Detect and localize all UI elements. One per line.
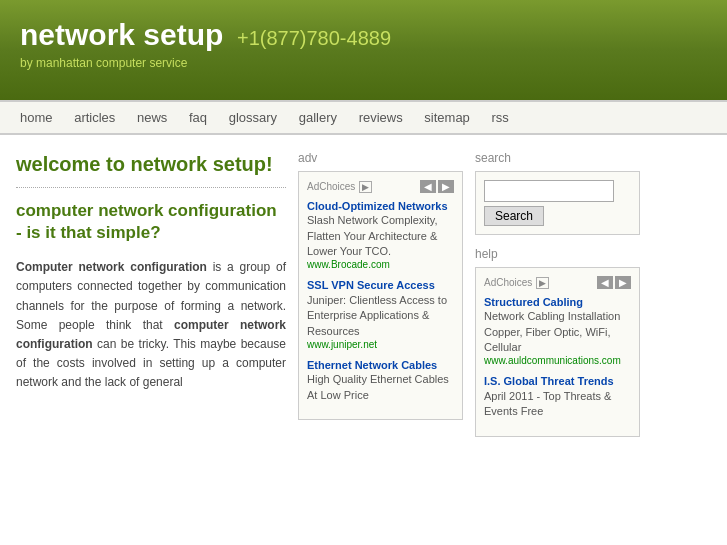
help-item-1: Structured Cabling Network Cabling Insta… [484, 295, 631, 366]
welcome-heading: welcome to network setup! [16, 151, 286, 177]
help-link-1[interactable]: Structured Cabling [484, 295, 631, 309]
nav-faq[interactable]: faq [189, 110, 207, 125]
nav-sitemap[interactable]: sitemap [424, 110, 470, 125]
help-adchoices: AdChoices ▶ [484, 277, 549, 289]
help-prev-button[interactable]: ◀ [597, 276, 613, 289]
adv-next-button[interactable]: ▶ [438, 180, 454, 193]
nav-gallery[interactable]: gallery [299, 110, 337, 125]
adv-title: adv [298, 151, 463, 165]
adv-link-3[interactable]: Ethernet Network Cables [307, 358, 454, 372]
tagline: by manhattan computer service [20, 56, 707, 70]
content-area: welcome to network setup! computer netwo… [16, 151, 286, 437]
nav-news[interactable]: news [137, 110, 167, 125]
search-box: Search [475, 171, 640, 235]
adv-desc-3: High Quality Ethernet Cables At Low Pric… [307, 372, 454, 403]
help-adchoices-icon: ▶ [536, 277, 549, 289]
help-header: AdChoices ▶ ◀ ▶ [484, 276, 631, 289]
divider [16, 187, 286, 188]
nav-reviews[interactable]: reviews [359, 110, 403, 125]
help-desc-2: April 2011 - Top Threats & Events Free [484, 389, 631, 420]
site-title: network setup [20, 18, 223, 51]
nav-home[interactable]: home [20, 110, 53, 125]
body-text: Computer network configuration is a grou… [16, 258, 286, 392]
adv-header: AdChoices ▶ ◀ ▶ [307, 180, 454, 193]
sub-heading: computer network configuration - is it t… [16, 200, 286, 244]
phone-number: +1(877)780-4889 [237, 27, 391, 49]
adv-url-2: www.juniper.net [307, 339, 454, 350]
adv-item-3: Ethernet Network Cables High Quality Eth… [307, 358, 454, 403]
adv-nav[interactable]: ◀ ▶ [420, 180, 454, 193]
adv-desc-2: Juniper: Clientless Access to Enterprise… [307, 293, 454, 339]
help-section: help AdChoices ▶ ◀ ▶ Structured Cabling … [475, 247, 640, 437]
nav-glossary[interactable]: glossary [229, 110, 277, 125]
help-box: AdChoices ▶ ◀ ▶ Structured Cabling Netwo… [475, 267, 640, 437]
search-input[interactable] [484, 180, 614, 202]
help-next-button[interactable]: ▶ [615, 276, 631, 289]
adv-item-1: Cloud-Optimized Networks Slash Network C… [307, 199, 454, 270]
adv-column: adv AdChoices ▶ ◀ ▶ Cloud-Optimized Netw… [298, 151, 463, 437]
help-link-2[interactable]: I.S. Global Threat Trends [484, 374, 631, 388]
adv-desc-1: Slash Network Complexity, Flatten Your A… [307, 213, 454, 259]
help-desc-1: Network Cabling Installation Copper, Fib… [484, 309, 631, 355]
adv-link-1[interactable]: Cloud-Optimized Networks [307, 199, 454, 213]
adchoices-label: AdChoices ▶ [307, 181, 372, 193]
adv-item-2: SSL VPN Secure Access Juniper: Clientles… [307, 278, 454, 349]
search-button[interactable]: Search [484, 206, 544, 226]
nav-rss[interactable]: rss [491, 110, 508, 125]
adv-prev-button[interactable]: ◀ [420, 180, 436, 193]
help-nav[interactable]: ◀ ▶ [597, 276, 631, 289]
header: network setup +1(877)780-4889 by manhatt… [0, 0, 727, 100]
help-title: help [475, 247, 640, 261]
search-title: search [475, 151, 640, 165]
adv-link-2[interactable]: SSL VPN Secure Access [307, 278, 454, 292]
main-content: welcome to network setup! computer netwo… [0, 135, 727, 437]
adchoices-icon: ▶ [359, 181, 372, 193]
right-column: search Search help AdChoices ▶ ◀ ▶ [475, 151, 640, 437]
help-item-2: I.S. Global Threat Trends April 2011 - T… [484, 374, 631, 419]
nav-bar: home articles news faq glossary gallery … [0, 100, 727, 135]
nav-articles[interactable]: articles [74, 110, 115, 125]
adv-box: AdChoices ▶ ◀ ▶ Cloud-Optimized Networks… [298, 171, 463, 420]
help-url-1: www.auldcommunications.com [484, 355, 631, 366]
search-section: search Search [475, 151, 640, 235]
adv-url-1: www.Brocade.com [307, 259, 454, 270]
